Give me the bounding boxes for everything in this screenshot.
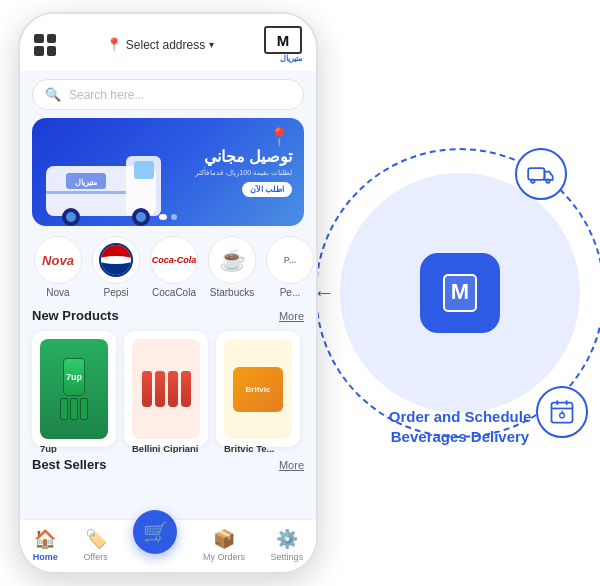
brand-circle-other: P... <box>266 236 314 284</box>
cocacola-logo: Coca-Cola <box>152 255 197 265</box>
home-icon: 🏠 <box>34 528 56 550</box>
location-selector[interactable]: 📍 Select address ▾ <box>106 37 214 52</box>
best-sellers-more[interactable]: More <box>279 459 304 471</box>
search-icon: 🔍 <box>45 87 61 102</box>
promo-banner[interactable]: متيريال توصيل مجاني لطلبات بقيمة 100ريال… <box>32 118 304 226</box>
right-panel: ← ↗ M Order and Schedu <box>320 0 600 586</box>
nova-label: Nova <box>46 287 69 298</box>
pepsi-label: Pepsi <box>103 287 128 298</box>
sevenup-can-text: 7up <box>66 372 82 382</box>
nav-offers[interactable]: 🏷️ Offers <box>83 528 107 562</box>
nav-orders[interactable]: 📦 My Orders <box>203 528 245 562</box>
brand-item-starbucks[interactable]: ☕ Starbucks <box>206 236 258 298</box>
product-card-britvic[interactable]: Britvic Britvic Te... 300ml X 8... 27.5S… <box>216 331 300 447</box>
truck-svg <box>527 160 555 188</box>
svg-rect-19 <box>46 191 126 194</box>
van-illustration: متيريال <box>32 141 176 226</box>
new-products-title: New Products <box>32 308 119 323</box>
brand-circle-cocacola: Coca-Cola <box>150 236 198 284</box>
nav-home[interactable]: 🏠 Home <box>33 528 58 562</box>
grid-dot-2 <box>47 34 57 44</box>
brand-center-icon: M <box>420 253 500 333</box>
best-sellers-header: Best Sellers More <box>20 453 316 474</box>
sevenup-cans-row <box>60 398 88 420</box>
grid-dot-1 <box>34 34 44 44</box>
banner-dots <box>159 214 177 220</box>
dot-2 <box>171 214 177 220</box>
cocacola-label: CocaCola <box>152 287 196 298</box>
brand-m-box: M <box>264 26 302 54</box>
brand-item-cocacola[interactable]: Coca-Cola CocaCola <box>148 236 200 298</box>
brand-circle-starbucks: ☕ <box>208 236 256 284</box>
search-bar[interactable]: 🔍 Search here... <box>32 79 304 110</box>
product-card-bellini[interactable]: Bellini Cipriani 180ml X 4 92SAR <box>124 331 208 447</box>
nova-logo: Nova <box>42 253 74 268</box>
nav-cart[interactable]: 🛒 <box>133 528 177 562</box>
bellini-bottle-2 <box>155 371 165 407</box>
starbucks-label: Starbucks <box>210 287 254 298</box>
brand-item-other[interactable]: P... Pe... <box>264 236 316 298</box>
brand-logo: M متيريال <box>264 26 302 63</box>
orders-label: My Orders <box>203 552 245 562</box>
product-img-britvic: Britvic <box>224 339 292 439</box>
offers-icon: 🏷️ <box>85 528 107 550</box>
svg-text:M: M <box>451 279 469 304</box>
chevron-down-icon: ▾ <box>209 39 214 50</box>
delivery-truck-icon <box>515 148 567 200</box>
svg-point-18 <box>136 212 146 222</box>
tagline-text: Order and Schedule Beverages Delivery <box>389 407 532 446</box>
brand-item-pepsi[interactable]: Pepsi <box>90 236 142 298</box>
product-name-britvic: Britvic Te... <box>224 443 292 453</box>
products-row: 7up 7up 150ml X 12 36.5SAR Bellini Cipri… <box>20 327 316 453</box>
orders-icon: 📦 <box>213 528 235 550</box>
calendar-icon <box>536 386 588 438</box>
other-logo: P... <box>284 255 296 265</box>
phone-mockup: 📍 Select address ▾ M متيريال 🔍 Search he… <box>18 12 318 574</box>
product-card-7up[interactable]: 7up 7up 150ml X 12 36.5SAR <box>32 331 116 447</box>
nav-settings[interactable]: ⚙️ Settings <box>271 528 304 562</box>
bellini-bottle-1 <box>142 371 152 407</box>
banner-cta-button[interactable]: اطلب الآن <box>242 182 292 197</box>
settings-icon: ⚙️ <box>276 528 298 550</box>
britvic-box: Britvic <box>233 367 283 412</box>
svg-rect-14 <box>134 161 154 179</box>
svg-point-3 <box>531 179 535 183</box>
banner-main-text: توصيل مجاني <box>195 147 292 166</box>
svg-text:متيريال: متيريال <box>75 178 97 187</box>
calendar-svg <box>548 398 576 426</box>
cart-button[interactable]: 🛒 <box>133 510 177 554</box>
brands-row: Nova Nova Pepsi Coca-Cola CocaCola <box>20 226 316 302</box>
product-name-bellini: Bellini Cipriani <box>132 443 200 453</box>
brand-item-nova[interactable]: Nova Nova <box>32 236 84 298</box>
brand-arabic-text: متيريال <box>280 54 302 63</box>
product-name-7up: 7up <box>40 443 108 453</box>
svg-point-4 <box>546 179 550 183</box>
brand-circle-pepsi <box>92 236 140 284</box>
cart-icon: 🛒 <box>143 520 168 544</box>
banner-sub-text: لطلبات بقيمة 100ريال، قدما فأكثر <box>195 169 292 177</box>
new-products-more[interactable]: More <box>279 310 304 322</box>
product-img-bellini <box>132 339 200 439</box>
grid-menu-icon[interactable] <box>34 34 56 56</box>
banner-text-area: توصيل مجاني لطلبات بقيمة 100ريال، قدما ف… <box>195 147 292 196</box>
product-img-7up: 7up <box>40 339 108 439</box>
brand-initial: M <box>277 32 290 49</box>
dot-1 <box>159 214 167 220</box>
pin-icon: 📍 <box>106 37 122 52</box>
bottom-nav: 🏠 Home 🏷️ Offers 🛒 📦 My Orders ⚙️ Settin… <box>20 519 316 572</box>
starbucks-logo: ☕ <box>219 247 246 273</box>
sevenup-can: 7up <box>63 358 85 396</box>
tagline: Order and Schedule Beverages Delivery <box>389 407 532 446</box>
offers-label: Offers <box>83 552 107 562</box>
bellini-bottle-3 <box>168 371 178 407</box>
grid-dot-3 <box>34 46 44 56</box>
location-label: Select address <box>126 38 205 52</box>
brand-m-icon: M <box>438 271 482 315</box>
banner-pin-icon: 📍 <box>268 126 290 148</box>
svg-point-16 <box>66 212 76 222</box>
settings-label: Settings <box>271 552 304 562</box>
svg-rect-2 <box>528 168 544 180</box>
search-placeholder: Search here... <box>69 88 144 102</box>
other-label: Pe... <box>280 287 301 298</box>
grid-dot-4 <box>47 46 57 56</box>
